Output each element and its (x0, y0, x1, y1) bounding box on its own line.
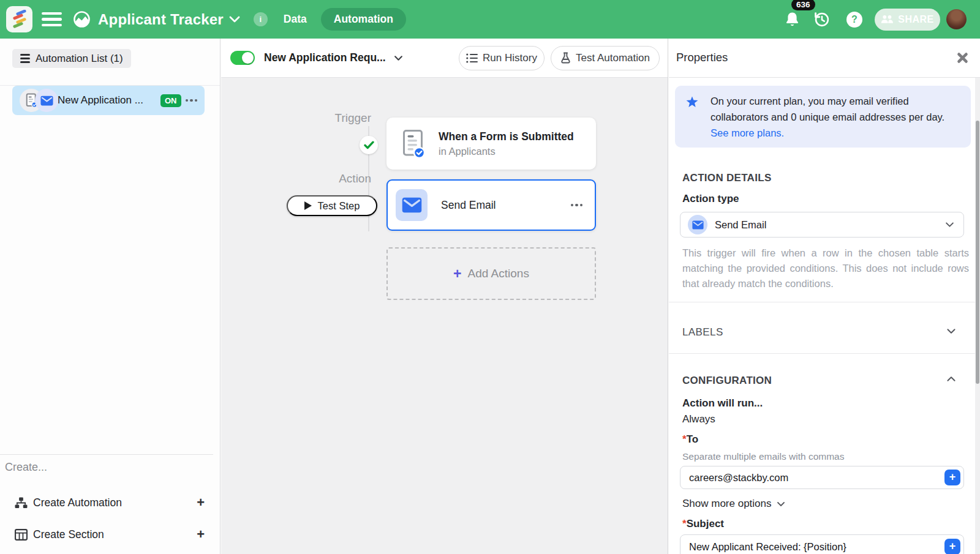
share-button[interactable]: SHARE (875, 9, 940, 31)
table-icon (15, 529, 28, 541)
bell-icon (785, 12, 800, 28)
plan-notice-text: On your current plan, you may email veri… (710, 93, 963, 141)
info-icon[interactable]: i (254, 12, 268, 26)
run-history-button[interactable]: Run History (459, 46, 545, 70)
action-details-heading: ACTION DETAILS (682, 172, 772, 184)
run-history-label: Run History (483, 52, 537, 64)
action-card-title: Send Email (441, 199, 496, 212)
trigger-success-check-icon (360, 136, 378, 154)
trigger-card-title: When a Form is Submitted (439, 130, 574, 143)
automation-sidebar: Automation List (1) (0, 39, 221, 554)
trigger-card[interactable]: When a Form is Submitted in Applicants (386, 118, 596, 170)
action-type-select[interactable]: Send Email (680, 212, 964, 238)
automation-canvas: New Application Requ... Run History (221, 39, 668, 554)
see-more-plans-link[interactable]: See more plans. (710, 127, 784, 138)
tab-data[interactable]: Data (284, 13, 307, 26)
to-input[interactable] (680, 466, 964, 489)
star-icon (686, 96, 698, 110)
send-email-icon (688, 215, 707, 234)
play-icon (304, 201, 312, 210)
automation-list-label: Automation List (1) (36, 53, 123, 65)
test-automation-button[interactable]: Test Automation (551, 46, 660, 70)
action-type-label: Action type (682, 193, 739, 205)
show-more-chevron-down-icon (777, 501, 785, 507)
subject-field: + (680, 534, 964, 554)
test-automation-label: Test Automation (576, 52, 650, 64)
labels-chevron-down-icon[interactable] (946, 328, 956, 334)
menu-icon[interactable] (42, 12, 62, 27)
automation-name[interactable]: New Application Requ... (264, 51, 386, 64)
plus-icon[interactable]: + (197, 496, 205, 509)
toggle-knob (242, 52, 254, 64)
add-subject-token-button[interactable]: + (944, 539, 960, 554)
labels-heading[interactable]: LABELS (682, 326, 723, 339)
help-button[interactable]: ? (846, 12, 862, 28)
header-actions: 636 ? SHARE (785, 9, 980, 31)
action-type-value: Send Email (715, 219, 766, 231)
section-divider (669, 302, 980, 302)
scrollbar-thumb[interactable] (976, 121, 979, 384)
close-icon[interactable] (957, 52, 968, 64)
create-divider (0, 454, 213, 455)
subject-input[interactable] (680, 534, 964, 554)
toolbar-buttons: Run History Test Automation (459, 46, 660, 70)
add-actions-button[interactable]: + Add Actions (386, 247, 596, 300)
history-button[interactable] (813, 11, 830, 28)
trigger-section-label: Trigger (310, 111, 371, 125)
panel-scrollbar[interactable] (975, 78, 980, 554)
action-section-label: Action (310, 172, 371, 185)
create-automation-button[interactable]: Create Automation + (0, 493, 221, 512)
canvas-toolbar: New Application Requ... Run History (221, 39, 668, 78)
workspace-icon[interactable] (72, 10, 91, 29)
run-history-icon (466, 53, 478, 63)
create-title: Create... (5, 461, 47, 474)
plus-icon[interactable]: + (197, 528, 205, 541)
card-more-icon[interactable] (571, 204, 583, 207)
required-marker: * (682, 518, 687, 530)
item-more-icon[interactable] (186, 99, 198, 102)
status-badge[interactable]: ON (160, 94, 181, 107)
list-icon (20, 54, 30, 63)
app-title: Applicant Tracker (98, 11, 224, 28)
tab-automation[interactable]: Automation (321, 8, 406, 31)
run-condition-value[interactable]: Always (682, 413, 715, 425)
create-section-button[interactable]: Create Section + (0, 525, 221, 544)
properties-header: Properties (669, 39, 980, 78)
item-icons (12, 86, 56, 115)
plan-notice: On your current plan, you may email veri… (675, 86, 971, 148)
form-submitted-icon (402, 129, 425, 159)
automation-list-item[interactable]: New Application ... ON (12, 86, 205, 115)
required-marker: * (682, 433, 687, 445)
section-divider (669, 353, 980, 354)
configuration-heading[interactable]: CONFIGURATION (682, 375, 772, 387)
notification-count-badge: 636 (791, 0, 815, 10)
properties-title: Properties (676, 51, 728, 64)
top-header: Applicant Tracker i Data Automation 636 (0, 0, 980, 39)
email-icon (35, 89, 58, 112)
automation-name-chevron-down-icon[interactable] (394, 55, 403, 61)
run-condition-label: Action will run... (682, 397, 763, 410)
select-chevron-down-icon (945, 222, 954, 228)
question-icon: ? (851, 14, 858, 25)
to-field-helper: Separate multiple emails with commas (682, 451, 844, 462)
show-more-options[interactable]: Show more options (682, 498, 785, 510)
stackby-logo-icon[interactable] (6, 6, 32, 32)
share-label: SHARE (898, 14, 934, 25)
automation-list-header[interactable]: Automation List (1) (12, 49, 131, 68)
send-email-icon (396, 189, 428, 221)
add-recipient-button[interactable]: + (944, 470, 960, 485)
configuration-chevron-up-icon[interactable] (946, 376, 956, 382)
to-field-label: *To (682, 433, 698, 446)
title-chevron-down-icon[interactable] (229, 16, 240, 23)
subject-field-label: *Subject (682, 518, 724, 530)
action-description: This trigger will fire when a row in the… (682, 245, 969, 291)
notifications-button[interactable]: 636 (785, 12, 800, 28)
automation-enabled-toggle[interactable] (230, 51, 255, 65)
add-plus-icon: + (453, 268, 461, 280)
send-email-action-card[interactable]: Send Email (386, 179, 596, 231)
user-avatar[interactable] (946, 9, 967, 29)
test-step-button[interactable]: Test Step (287, 195, 377, 216)
people-icon (881, 15, 894, 24)
create-automation-label: Create Automation (33, 496, 122, 509)
test-step-label: Test Step (318, 200, 360, 212)
